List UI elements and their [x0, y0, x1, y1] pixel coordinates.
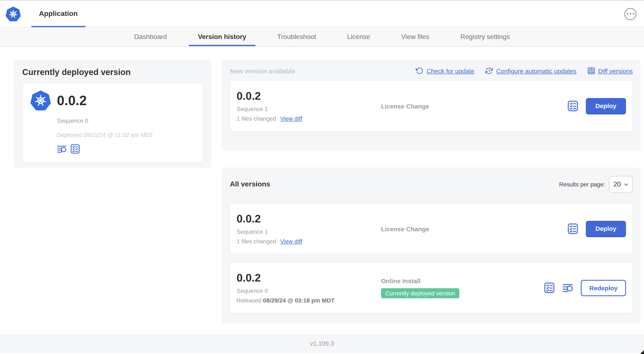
redeploy-button[interactable]: Redeploy [581, 280, 626, 296]
top-header: Application [0, 0, 644, 27]
configure-automatic-updates-link[interactable]: Configure automatic updates [485, 67, 576, 75]
main-content: Currently deployed version [14, 60, 641, 323]
check-for-update-link[interactable]: Check for update [416, 67, 474, 75]
current-version-panel: Currently deployed version [14, 60, 212, 168]
version-row: 0.0.2 Sequence 1 1 files changed View di… [230, 203, 633, 254]
all-versions-title: All versions [230, 180, 270, 189]
new-version-title: New version available [230, 67, 295, 74]
version-released-timestamp: Released 08/29/24 @ 03:18 pm MDT [236, 297, 381, 304]
right-column: New version available Check for update [222, 60, 641, 323]
view-diff-link[interactable]: View diff [280, 238, 302, 245]
current-version-number: 0.0.2 [57, 93, 87, 108]
kubernetes-logo-icon [6, 6, 21, 22]
deploy-logs-icon[interactable] [57, 144, 66, 154]
footer: v1.109.3 [0, 334, 644, 353]
results-per-page-select[interactable]: 20 [609, 176, 633, 193]
version-source: License Change [381, 102, 429, 110]
version-sequence: Sequence 1 [236, 106, 381, 112]
all-versions-panel: All versions Results per page: 20 [222, 168, 641, 323]
chevron-down-icon [624, 182, 629, 187]
current-version-title: Currently deployed version [22, 68, 203, 77]
deploy-logs-icon[interactable] [562, 282, 574, 293]
current-version-card: 0.0.2 Sequence 0 Deployed 09/11/24 @ 11:… [22, 83, 203, 163]
app-tab[interactable]: Application [32, 1, 85, 27]
deploy-button[interactable]: Deploy [586, 98, 626, 114]
tab-license[interactable]: License [338, 27, 379, 46]
kubernetes-app-icon [30, 90, 51, 111]
results-per-page-label: Results per page: [559, 181, 605, 188]
clock-refresh-icon [485, 67, 493, 75]
current-version-deployed-timestamp: Deployed 09/11/24 @ 11:02 am MDT [57, 132, 195, 138]
version-number: 0.0.2 [236, 272, 381, 284]
version-subnav: Dashboard Version history Troubleshoot L… [0, 27, 644, 47]
current-version-sequence: Sequence 0 [57, 117, 195, 124]
preflight-checklist-icon[interactable] [544, 282, 555, 293]
version-number: 0.0.2 [236, 213, 381, 225]
app-tab-label: Application [39, 10, 78, 18]
diff-versions-link[interactable]: Diff versions [587, 67, 633, 75]
tab-view-files[interactable]: View files [392, 27, 438, 46]
files-changed-label: 1 files changed [236, 115, 276, 122]
ellipsis-menu-icon[interactable] [624, 8, 636, 20]
currently-deployed-badge: Currently deployed version [381, 288, 459, 298]
version-sequence: Sequence 0 [236, 287, 381, 294]
preflight-checklist-icon[interactable] [567, 101, 578, 111]
tab-dashboard[interactable]: Dashboard [125, 27, 176, 46]
version-sequence: Sequence 1 [236, 228, 381, 235]
console-version: v1.109.3 [310, 340, 334, 347]
view-diff-link[interactable]: View diff [280, 115, 302, 122]
page: Application Dashboard Version history Tr… [0, 0, 644, 354]
version-row: 0.0.2 Sequence 0 Released 08/29/24 @ 03:… [230, 262, 633, 313]
preflight-checklist-icon[interactable] [70, 144, 80, 154]
tab-troubleshoot[interactable]: Troubleshoot [268, 27, 325, 46]
diff-icon [587, 67, 595, 75]
preflight-checklist-icon[interactable] [567, 223, 578, 234]
new-version-card: 0.0.2 Sequence 1 1 files changed View di… [230, 81, 633, 132]
files-changed-label: 1 files changed [236, 238, 276, 245]
version-number: 0.0.2 [236, 90, 381, 102]
tab-version-history[interactable]: Version history [189, 27, 256, 46]
deploy-button[interactable]: Deploy [586, 221, 626, 237]
version-source: License Change [381, 225, 429, 232]
new-version-panel: New version available Check for update [222, 60, 641, 151]
app-tab-active-underline [32, 26, 85, 27]
tab-registry-settings[interactable]: Registry settings [451, 27, 519, 46]
version-source: Online Install [381, 277, 420, 284]
refresh-icon [416, 67, 423, 75]
